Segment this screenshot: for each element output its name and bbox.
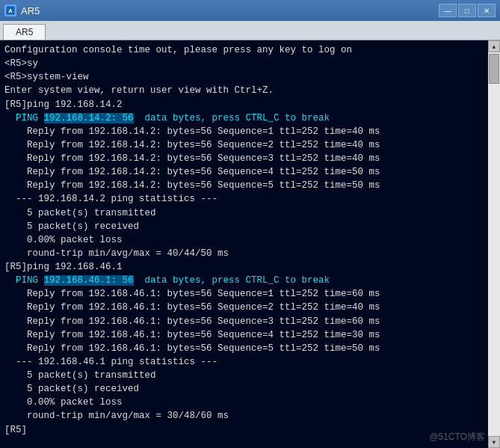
- console-line: PING 192.168.46.1: 56 data bytes, press …: [4, 274, 484, 287]
- scrollbar[interactable]: ▲ ▼: [488, 40, 500, 448]
- console-output[interactable]: Configuration console time out, please p…: [0, 40, 488, 448]
- minimize-button[interactable]: —: [439, 4, 457, 17]
- tab-bar: AR5: [0, 21, 500, 40]
- scroll-up-button[interactable]: ▲: [488, 40, 500, 52]
- console-line: [R5]: [4, 423, 484, 437]
- console-line: <R5>system-view: [4, 70, 484, 84]
- svg-text:A: A: [9, 7, 13, 14]
- console-line: Reply from 192.168.46.1: bytes=56 Sequen…: [4, 328, 484, 342]
- console-line: 0.00% packet loss: [4, 396, 484, 409]
- console-line: 5 packet(s) received: [4, 382, 484, 396]
- console-line: Configuration console time out, please p…: [4, 43, 484, 57]
- tab-ar5[interactable]: AR5: [3, 24, 46, 40]
- console-line: PING 192.168.14.2: 56 data bytes, press …: [4, 111, 484, 125]
- console-line: 0.00% packet loss: [4, 233, 484, 247]
- window-title: AR5: [21, 5, 434, 16]
- console-line: 5 packet(s) transmitted: [4, 369, 484, 382]
- console-line: --- 192.168.46.1 ping statistics ---: [4, 355, 484, 369]
- console-line: Reply from 192.168.46.1: bytes=56 Sequen…: [4, 315, 484, 328]
- console-line: Enter system view, return user view with…: [4, 84, 484, 97]
- console-line: --- 192.168.14.2 ping statistics ---: [4, 192, 484, 206]
- console-line: [R5]ping 192.168.14.2: [4, 98, 484, 111]
- window-controls: — □ ✕: [439, 4, 496, 17]
- console-line: [R5]ping 192.168.46.1: [4, 260, 484, 274]
- console-line: Reply from 192.168.14.2: bytes=56 Sequen…: [4, 165, 484, 179]
- console-line: round-trip min/avg/max = 30/48/60 ms: [4, 409, 484, 423]
- console-line: 5 packet(s) received: [4, 220, 484, 233]
- maximize-button[interactable]: □: [458, 4, 476, 17]
- title-bar: A AR5 — □ ✕: [0, 0, 500, 21]
- console-line: <R5>sy: [4, 57, 484, 70]
- scrollbar-track[interactable]: [488, 52, 500, 436]
- console-line: Reply from 192.168.46.1: bytes=56 Sequen…: [4, 342, 484, 355]
- console-line: 5 packet(s) transmitted: [4, 206, 484, 220]
- console-line: Reply from 192.168.46.1: bytes=56 Sequen…: [4, 301, 484, 314]
- console-line: Reply from 192.168.14.2: bytes=56 Sequen…: [4, 152, 484, 165]
- scrollbar-thumb[interactable]: [489, 54, 499, 84]
- app-icon: A: [4, 4, 16, 16]
- console-line: Reply from 192.168.14.2: bytes=56 Sequen…: [4, 138, 484, 152]
- console-line: round-trip min/avg/max = 40/44/50 ms: [4, 247, 484, 260]
- console-area: Configuration console time out, please p…: [0, 40, 500, 448]
- close-button[interactable]: ✕: [478, 4, 496, 17]
- console-line: Reply from 192.168.14.2: bytes=56 Sequen…: [4, 179, 484, 192]
- console-line: Reply from 192.168.46.1: bytes=56 Sequen…: [4, 287, 484, 301]
- scroll-down-button[interactable]: ▼: [488, 436, 500, 448]
- watermark: @51CTO博客: [429, 431, 485, 444]
- console-line: Reply from 192.168.14.2: bytes=56 Sequen…: [4, 125, 484, 138]
